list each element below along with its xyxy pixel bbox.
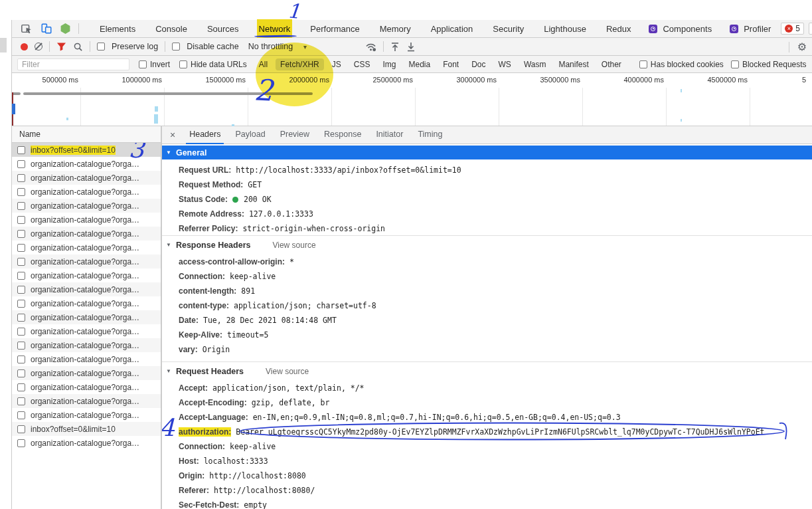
request-row[interactable]: organization-catalogue?organizati... bbox=[12, 268, 161, 282]
request-type-filter[interactable]: Other bbox=[597, 58, 626, 70]
close-details-icon[interactable]: × bbox=[162, 130, 182, 140]
details-tab[interactable]: Payload bbox=[228, 126, 272, 144]
request-checkbox[interactable] bbox=[17, 244, 25, 252]
request-row[interactable]: organization-catalogue?organizati... bbox=[12, 324, 161, 338]
view-source-link[interactable]: View source bbox=[266, 367, 309, 376]
request-row[interactable]: organization-catalogue?organizati... bbox=[12, 171, 161, 185]
devtools-tab[interactable]: Performance bbox=[300, 20, 369, 38]
request-checkbox[interactable] bbox=[17, 369, 25, 377]
network-conditions-icon[interactable] bbox=[365, 42, 376, 52]
request-checkbox[interactable] bbox=[17, 425, 25, 433]
request-row[interactable]: organization-catalogue?organizati... bbox=[12, 310, 161, 324]
request-type-filter[interactable]: Manifest bbox=[554, 58, 593, 70]
details-tab[interactable]: Timing bbox=[410, 126, 449, 144]
extra-filter-checkbox[interactable] bbox=[731, 60, 739, 68]
node-icon[interactable] bbox=[60, 23, 70, 34]
disable-cache-checkbox[interactable] bbox=[172, 43, 180, 51]
devtools-tab[interactable]: Security bbox=[483, 20, 534, 38]
filter-funnel-icon[interactable] bbox=[56, 42, 66, 51]
inspect-element-icon[interactable] bbox=[21, 23, 33, 35]
request-type-filter[interactable]: CSS bbox=[349, 58, 375, 70]
filter-input[interactable] bbox=[17, 58, 129, 70]
devtools-tab[interactable]: Console bbox=[145, 20, 197, 38]
request-row[interactable]: organization-catalogue?organizati... bbox=[12, 352, 161, 366]
request-row[interactable]: organization-catalogue?organizati... bbox=[12, 157, 161, 171]
request-row[interactable]: organization-catalogue?organizati... bbox=[12, 338, 161, 352]
request-checkbox[interactable] bbox=[17, 411, 25, 419]
search-icon[interactable] bbox=[73, 42, 83, 52]
export-har-icon[interactable] bbox=[406, 42, 416, 52]
request-row[interactable]: organization-catalogue?organizati... bbox=[12, 366, 161, 380]
extra-filter-checkbox[interactable] bbox=[639, 60, 647, 68]
view-source-link[interactable]: View source bbox=[272, 241, 315, 250]
details-tab[interactable]: Response bbox=[317, 126, 368, 144]
request-row[interactable]: organization-catalogue?organizati... bbox=[12, 185, 161, 199]
request-row[interactable]: organization-catalogue?organizati... bbox=[12, 408, 161, 422]
response-headers-section-header[interactable]: ▼ Response Headers View source bbox=[162, 235, 812, 254]
request-checkbox[interactable] bbox=[17, 397, 25, 405]
request-headers-section-header[interactable]: ▼ Request Headers View source bbox=[162, 361, 812, 380]
request-row[interactable]: organization-catalogue?organizati... bbox=[12, 199, 161, 213]
request-row[interactable]: organization-catalogue?organizati... bbox=[12, 227, 161, 241]
devtools-tab[interactable]: Profiler bbox=[722, 20, 781, 38]
request-type-filter[interactable]: WS bbox=[494, 58, 516, 70]
invert-checkbox[interactable] bbox=[139, 60, 147, 68]
extra-filter[interactable]: Blocked Requests bbox=[731, 60, 807, 69]
network-overview[interactable] bbox=[12, 88, 812, 126]
details-tab[interactable]: Initiator bbox=[368, 126, 410, 144]
request-row[interactable]: organization-catalogue?organizati... bbox=[12, 213, 161, 227]
throttling-dropdown[interactable]: No throttling bbox=[248, 42, 293, 51]
request-checkbox[interactable] bbox=[17, 202, 25, 210]
request-checkbox[interactable] bbox=[17, 314, 25, 322]
request-checkbox[interactable] bbox=[17, 188, 25, 196]
request-checkbox[interactable] bbox=[17, 439, 25, 447]
request-checkbox[interactable] bbox=[17, 230, 25, 238]
request-row[interactable]: organization-catalogue?organizati... bbox=[12, 380, 161, 394]
request-checkbox[interactable] bbox=[17, 272, 25, 280]
general-section-header[interactable]: ▼ General bbox=[162, 146, 812, 159]
devtools-tab[interactable]: Network 1 bbox=[249, 20, 301, 38]
request-type-filter[interactable]: Fetch/XHR 2 bbox=[276, 58, 324, 70]
name-column-header[interactable]: Name bbox=[12, 126, 161, 143]
clear-icon[interactable] bbox=[35, 43, 42, 51]
devtools-tab[interactable]: Sources bbox=[197, 20, 249, 38]
request-type-filter[interactable]: Font bbox=[438, 58, 463, 70]
request-type-filter[interactable]: Img bbox=[378, 58, 400, 70]
request-checkbox[interactable] bbox=[17, 383, 25, 391]
request-checkbox[interactable] bbox=[17, 342, 25, 350]
request-checkbox[interactable] bbox=[17, 160, 25, 168]
import-har-icon[interactable] bbox=[390, 42, 400, 52]
extra-filter[interactable]: Has blocked cookies bbox=[639, 60, 724, 69]
details-tab[interactable]: Preview bbox=[273, 126, 317, 144]
request-row[interactable]: organization-catalogue?organizati... bbox=[12, 282, 161, 296]
request-row[interactable]: organization-catalogue?organizati... bbox=[12, 241, 161, 255]
record-network-log-icon[interactable] bbox=[21, 43, 28, 51]
request-row[interactable]: organization-catalogue?organizati... bbox=[12, 436, 161, 450]
message-badge[interactable]: 1 bbox=[809, 23, 812, 35]
devtools-tab[interactable]: Elements bbox=[90, 20, 145, 38]
request-checkbox[interactable] bbox=[17, 146, 25, 154]
request-type-filter[interactable]: All bbox=[254, 58, 272, 70]
overview-scrubber[interactable] bbox=[23, 92, 313, 95]
details-tab[interactable]: Headers bbox=[182, 126, 228, 144]
request-checkbox[interactable] bbox=[17, 174, 25, 182]
network-settings-gear-icon[interactable]: ⚙ bbox=[797, 41, 807, 53]
error-badge[interactable]: × 5 bbox=[781, 23, 804, 35]
request-checkbox[interactable] bbox=[17, 258, 25, 266]
request-checkbox[interactable] bbox=[17, 356, 25, 363]
devtools-tab[interactable]: Lighthouse bbox=[534, 20, 596, 38]
request-row[interactable]: organization-catalogue?organizati... bbox=[12, 394, 161, 408]
devtools-tab[interactable]: Application bbox=[421, 20, 483, 38]
request-checkbox[interactable] bbox=[17, 216, 25, 224]
request-type-filter[interactable]: Doc bbox=[467, 58, 490, 70]
request-checkbox[interactable] bbox=[17, 300, 25, 308]
devtools-tab[interactable]: Redux bbox=[596, 20, 641, 38]
hide-data-urls-checkbox[interactable] bbox=[179, 60, 187, 68]
request-row[interactable]: inbox?offset=0&limit=10 3 bbox=[12, 143, 161, 157]
request-row[interactable]: inbox?offset=0&limit=10 bbox=[12, 422, 161, 436]
request-row[interactable]: organization-catalogue?organizati... bbox=[12, 296, 161, 310]
request-type-filter[interactable]: Media bbox=[404, 58, 435, 70]
devtools-tab[interactable]: Components bbox=[641, 20, 722, 38]
device-toolbar-icon[interactable] bbox=[41, 23, 52, 35]
request-type-filter[interactable]: JS bbox=[327, 58, 346, 70]
